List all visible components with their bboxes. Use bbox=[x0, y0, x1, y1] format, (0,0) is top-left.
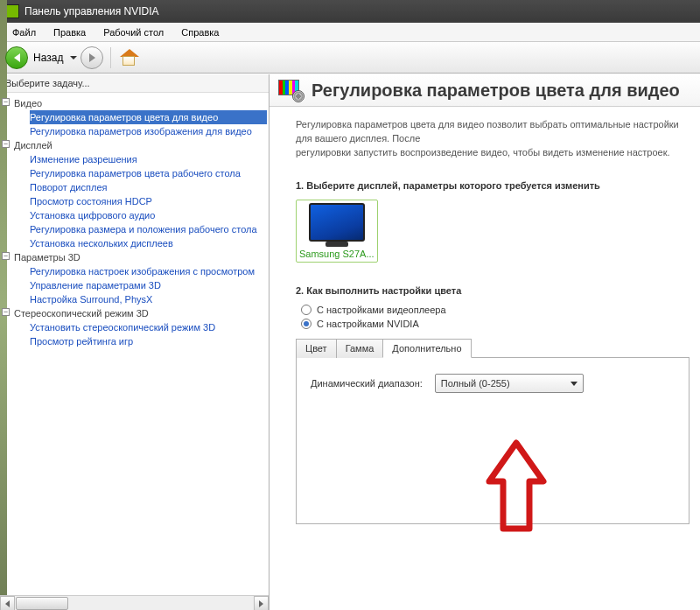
step1-label: 1. Выберите дисплей, параметры которого … bbox=[296, 180, 690, 191]
chevron-down-icon bbox=[570, 382, 578, 386]
radio-player-settings[interactable] bbox=[301, 305, 312, 315]
menu-desktop[interactable]: Рабочий стол bbox=[96, 25, 171, 39]
menu-file[interactable]: Файл bbox=[5, 25, 43, 39]
sidebar-heading: Выберите задачу... bbox=[0, 74, 269, 93]
item-image-preview[interactable]: Регулировка настроек изображения с просм… bbox=[30, 264, 267, 278]
dynamic-range-label: Динамический диапазон: bbox=[311, 378, 423, 389]
item-size-position[interactable]: Регулировка размера и положения рабочего… bbox=[30, 222, 267, 236]
item-rotate[interactable]: Поворот дисплея bbox=[30, 180, 267, 194]
video-color-icon bbox=[278, 80, 303, 101]
window-titlebar: Панель управления NVIDIA bbox=[0, 0, 700, 23]
window-title: Панель управления NVIDIA bbox=[24, 5, 159, 18]
expander-video[interactable]: − bbox=[2, 98, 10, 106]
back-label: Назад bbox=[33, 52, 63, 64]
step2-label: 2. Как выполнить настройки цвета bbox=[296, 285, 690, 296]
content-pane: Регулировка параметров цвета для видео Р… bbox=[270, 74, 700, 610]
menu-edit[interactable]: Правка bbox=[46, 25, 93, 39]
radio-player-label: С настройками видеоплеера bbox=[317, 305, 446, 315]
menu-help[interactable]: Справка bbox=[174, 25, 226, 39]
home-body-icon bbox=[122, 56, 135, 66]
tab-gamma[interactable]: Гамма bbox=[336, 339, 384, 358]
item-desktop-color[interactable]: Регулировка параметров цвета рабочего ст… bbox=[30, 166, 267, 180]
item-surround-physx[interactable]: Настройка Surround, PhysX bbox=[30, 292, 267, 306]
tab-color[interactable]: Цвет bbox=[296, 339, 337, 358]
expander-display[interactable]: − bbox=[2, 140, 10, 148]
category-3d[interactable]: Параметры 3D bbox=[14, 250, 267, 264]
monitor-icon bbox=[309, 203, 365, 242]
expander-3d[interactable]: − bbox=[2, 252, 10, 260]
toolbar-separator bbox=[110, 47, 111, 68]
page-header: Регулировка параметров цвета для видео bbox=[270, 74, 700, 107]
home-button[interactable] bbox=[120, 49, 139, 67]
page-description: Регулировка параметров цвета для видео п… bbox=[296, 117, 690, 159]
radio-nvidia-settings[interactable] bbox=[301, 319, 312, 329]
tab-advanced[interactable]: Дополнительно bbox=[382, 339, 471, 358]
task-sidebar: Выберите задачу... − Видео Регулировка п… bbox=[0, 74, 270, 610]
item-resolution[interactable]: Изменение разрешения bbox=[30, 152, 267, 166]
item-setup-stereo[interactable]: Установить стереоскопический режим 3D bbox=[30, 320, 267, 334]
nvidia-icon bbox=[5, 4, 19, 18]
arrow-right-icon bbox=[89, 53, 95, 62]
category-stereo[interactable]: Стереоскопический режим 3D bbox=[14, 306, 267, 320]
scroll-right-button[interactable] bbox=[254, 596, 269, 610]
task-tree: − Видео Регулировка параметров цвета для… bbox=[0, 93, 269, 595]
toolbar: Назад bbox=[0, 42, 700, 74]
arrow-left-icon bbox=[14, 53, 20, 62]
category-display[interactable]: Дисплей bbox=[14, 138, 267, 152]
scroll-left-button[interactable] bbox=[0, 596, 15, 610]
back-button[interactable] bbox=[5, 46, 28, 69]
scroll-thumb[interactable] bbox=[16, 597, 68, 610]
history-dropdown-caret[interactable] bbox=[70, 56, 77, 60]
item-hdcp[interactable]: Просмотр состояния HDCP bbox=[30, 194, 267, 208]
dynamic-range-combo[interactable]: Полный (0-255) bbox=[435, 374, 584, 393]
tab-bar: Цвет Гамма Дополнительно bbox=[296, 338, 690, 358]
forward-button[interactable] bbox=[80, 46, 103, 69]
radio-nvidia-label: С настройками NVIDIA bbox=[317, 319, 419, 329]
item-multiple-displays[interactable]: Установка нескольких дисплеев bbox=[30, 236, 267, 250]
item-game-rating[interactable]: Просмотр рейтинга игр bbox=[30, 334, 267, 348]
item-video-image[interactable]: Регулировка параметров изображения для в… bbox=[30, 124, 267, 138]
page-title: Регулировка параметров цвета для видео bbox=[312, 81, 680, 101]
display-name: Samsung S27A... bbox=[299, 249, 374, 259]
item-video-color[interactable]: Регулировка параметров цвета для видео bbox=[30, 110, 267, 124]
expander-stereo[interactable]: − bbox=[2, 308, 10, 316]
display-thumbnail[interactable]: Samsung S27A... bbox=[296, 200, 378, 263]
category-video[interactable]: Видео bbox=[14, 96, 267, 110]
menu-bar: Файл Правка Рабочий стол Справка bbox=[0, 23, 700, 42]
tab-panel-advanced: Динамический диапазон: Полный (0-255) bbox=[296, 358, 690, 524]
item-manage-3d[interactable]: Управление параметрами 3D bbox=[30, 278, 267, 292]
item-digital-audio[interactable]: Установка цифрового аудио bbox=[30, 208, 267, 222]
dynamic-range-value: Полный (0-255) bbox=[441, 378, 510, 389]
sidebar-horizontal-scrollbar[interactable] bbox=[0, 595, 269, 610]
